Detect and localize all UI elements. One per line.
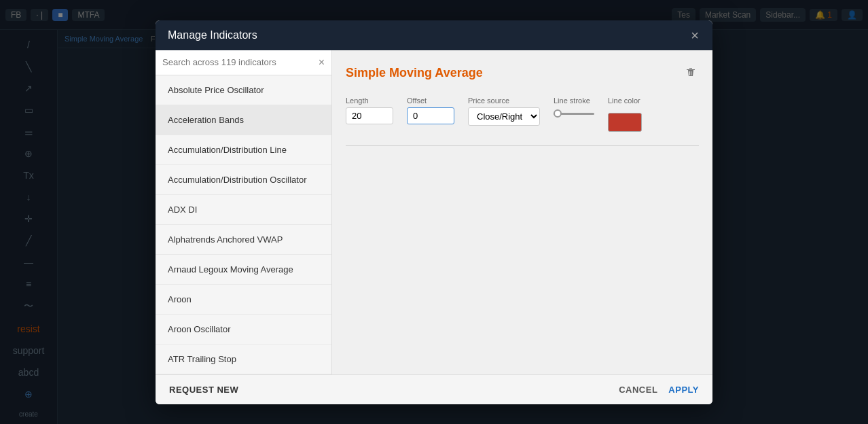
- price-source-label: Price source: [468, 96, 540, 105]
- modal-body: × Absolute Price Oscillator Acceleration…: [156, 50, 712, 374]
- length-field-group: Length: [346, 96, 393, 124]
- config-divider: [346, 145, 699, 146]
- line-stroke-label: Line stroke: [554, 96, 594, 105]
- length-input[interactable]: [346, 107, 393, 124]
- delete-indicator-button[interactable]: [683, 64, 699, 83]
- indicator-list: Absolute Price Oscillator Acceleration B…: [156, 75, 331, 374]
- list-item[interactable]: Accumulation/Distribution Line: [156, 135, 331, 165]
- modal-header: Manage Indicators ×: [156, 20, 712, 50]
- modal-close-button[interactable]: ×: [689, 29, 700, 42]
- list-item[interactable]: Aroon: [156, 285, 331, 315]
- offset-label: Offset: [407, 96, 454, 105]
- modal-overlay: Manage Indicators × × Absolute Price Osc…: [0, 0, 868, 424]
- list-item[interactable]: Absolute Price Oscillator: [156, 75, 331, 105]
- footer-actions: CANCEL APPLY: [619, 385, 699, 395]
- line-stroke-slider[interactable]: [554, 107, 594, 115]
- price-source-select[interactable]: Close/Right Open High Low Volume HL2 HLC…: [468, 107, 540, 126]
- modal-footer: REQUEST NEW CANCEL APPLY: [156, 374, 712, 404]
- line-color-label: Line color: [608, 96, 642, 105]
- list-item[interactable]: Alphatrends Anchored VWAP: [156, 225, 331, 255]
- indicator-list-panel: × Absolute Price Oscillator Acceleration…: [156, 50, 332, 374]
- cancel-button[interactable]: CANCEL: [619, 385, 657, 395]
- list-item[interactable]: Accumulation/Distribution Oscillator: [156, 165, 331, 195]
- slider-thumb: [554, 109, 562, 118]
- list-item[interactable]: Arnaud Legoux Moving Average: [156, 255, 331, 285]
- search-bar: ×: [156, 50, 331, 75]
- price-source-field-group: Price source Close/Right Open High Low V…: [468, 96, 540, 126]
- line-color-swatch[interactable]: [608, 113, 642, 132]
- apply-button[interactable]: APPLY: [668, 385, 699, 395]
- offset-field-group: Offset: [407, 96, 454, 124]
- length-label: Length: [346, 96, 393, 105]
- offset-input[interactable]: [407, 107, 454, 124]
- config-header: Simple Moving Average: [346, 64, 699, 83]
- search-input[interactable]: [162, 57, 314, 67]
- config-fields: Length Offset Price source Close/Right O…: [346, 96, 699, 132]
- modal-title: Manage Indicators: [168, 29, 257, 41]
- request-new-button[interactable]: REQUEST NEW: [169, 385, 238, 395]
- list-item[interactable]: ADX DI: [156, 195, 331, 225]
- search-clear-button[interactable]: ×: [319, 57, 325, 68]
- list-item[interactable]: ATR Trailing Stop: [156, 344, 331, 374]
- line-color-field-group: Line color: [608, 96, 642, 132]
- manage-indicators-modal: Manage Indicators × × Absolute Price Osc…: [156, 20, 712, 404]
- indicator-config-title: Simple Moving Average: [346, 66, 483, 80]
- line-stroke-field-group: Line stroke: [554, 96, 594, 115]
- trash-icon: [685, 67, 696, 77]
- list-item[interactable]: Acceleration Bands: [156, 105, 331, 135]
- config-panel: Simple Moving Average Length: [332, 50, 712, 374]
- slider-track: [554, 113, 594, 115]
- list-item[interactable]: Aroon Oscillator: [156, 315, 331, 344]
